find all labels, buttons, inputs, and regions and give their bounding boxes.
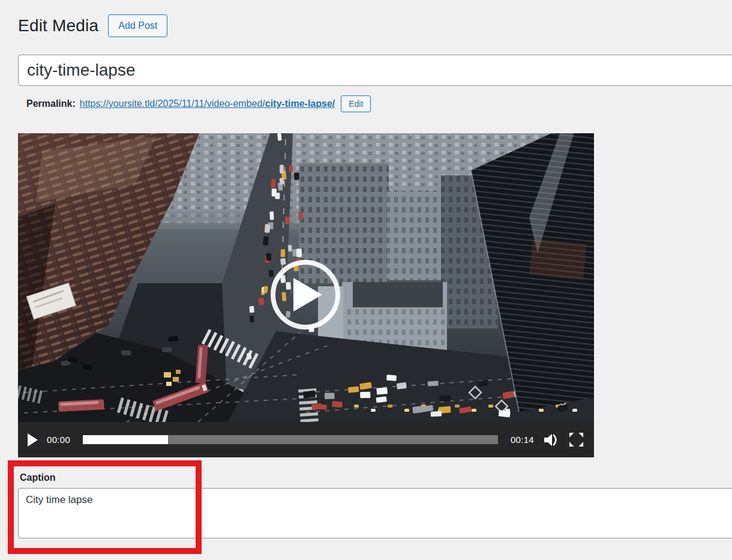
edit-media-page: { "header": { "title": "Edit Media", "ad… [0, 0, 732, 560]
permalink-edit-button[interactable]: Edit [341, 95, 371, 112]
caption-textarea[interactable]: City time lapse [18, 488, 732, 538]
duration: 00:14 [511, 435, 534, 445]
current-time: 00:00 [47, 435, 70, 445]
fullscreen-icon [568, 432, 584, 448]
progress-bar[interactable] [83, 435, 498, 444]
video-player: 00:00 00:14 [18, 133, 594, 457]
permalink-url-base: https://yoursite.tld/2025/11/11/video-em… [80, 98, 265, 109]
page-title: Edit Media [18, 16, 98, 35]
volume-button[interactable] [543, 433, 559, 447]
play-icon [293, 278, 322, 312]
permalink-label: Permalink: [26, 98, 76, 109]
page-header: Edit Media Add Post [18, 14, 167, 37]
permalink-row: Permalink: https://yoursite.tld/2025/11/… [26, 95, 371, 112]
media-title-input[interactable] [18, 55, 732, 86]
permalink-url-slug: city-time-lapse/ [265, 98, 335, 109]
video-preview[interactable] [18, 133, 594, 422]
progress-fill [83, 435, 168, 444]
volume-icon [543, 433, 559, 447]
add-post-button[interactable]: Add Post [108, 14, 167, 37]
fullscreen-button[interactable] [568, 432, 584, 448]
play-icon [28, 433, 38, 447]
video-control-bar: 00:00 00:14 [18, 422, 594, 457]
video-play-overlay-button[interactable] [271, 260, 340, 330]
caption-label: Caption [20, 472, 56, 483]
permalink-link[interactable]: https://yoursite.tld/2025/11/11/video-em… [80, 98, 335, 109]
play-button[interactable] [28, 433, 38, 447]
